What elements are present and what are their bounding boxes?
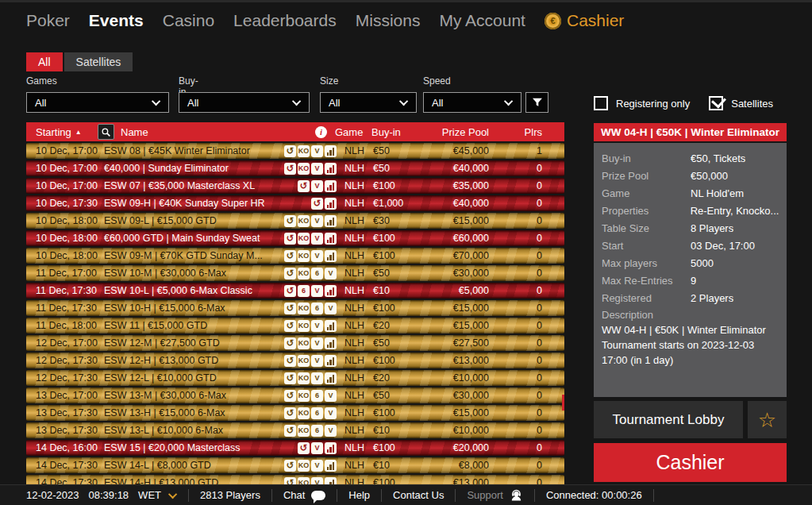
nav-missions[interactable]: Missions bbox=[356, 11, 421, 30]
help-button[interactable]: Help bbox=[337, 489, 381, 501]
nav-casino[interactable]: Casino bbox=[163, 11, 214, 30]
row-prize-pool: €40,000 bbox=[422, 163, 489, 174]
row-game: NLH bbox=[344, 337, 373, 349]
column-buyin[interactable]: Buy-in bbox=[371, 126, 429, 138]
row-start-time: 11 Dec, 17:00 bbox=[26, 268, 98, 279]
nav-events[interactable]: Events bbox=[89, 11, 144, 30]
row-tournament-name: ESW 13-L | €10,000 6-Max bbox=[104, 425, 279, 436]
re-entry-icon: ↺ bbox=[284, 337, 296, 349]
row-players: 0 bbox=[489, 303, 564, 314]
row-buyin: €10 bbox=[373, 460, 422, 471]
stats-icon bbox=[325, 355, 337, 367]
tournament-row[interactable]: 14 Dec, 16:00ESW 15 | €20,000 Masterclas… bbox=[26, 440, 564, 456]
search-button[interactable] bbox=[98, 124, 114, 140]
main-nav: Poker Events Casino Leaderboards Mission… bbox=[26, 11, 804, 30]
row-tournament-name: ESW 11 | €15,000 GTD bbox=[104, 320, 279, 331]
clock-widget[interactable]: 12-02-2023 08:39:18 WET bbox=[0, 489, 188, 501]
re-entry-icon: ↺ bbox=[284, 372, 296, 384]
tournament-row[interactable]: 10 Dec, 17:30ESW 09-H | €40K Sunday Supe… bbox=[26, 195, 564, 211]
row-game: NLH bbox=[344, 285, 373, 296]
support-label: Support bbox=[467, 489, 503, 501]
variant-icon: V bbox=[311, 215, 323, 227]
stats-icon bbox=[325, 145, 337, 157]
favorite-button[interactable]: ☆ bbox=[748, 401, 787, 438]
row-players: 0 bbox=[489, 250, 564, 261]
tournament-row[interactable]: 10 Dec, 18:00ESW 09-L | €15,000 GTD↺KOVN… bbox=[26, 213, 564, 229]
tournament-row[interactable]: 10 Dec, 18:00ESW 09-M | €70K GTD Sunday … bbox=[26, 248, 564, 264]
six-max-icon: 6 bbox=[311, 407, 323, 419]
tournament-row[interactable]: 14 Dec, 17:30ESW 14-H | €13,000 GTD↺KOVN… bbox=[26, 475, 564, 484]
stats-icon bbox=[325, 180, 337, 192]
column-prize-pool[interactable]: Prize Pool bbox=[429, 126, 489, 138]
re-entry-icon: ↺ bbox=[284, 320, 296, 332]
nav-poker[interactable]: Poker bbox=[26, 11, 70, 30]
tournament-row[interactable]: 11 Dec, 18:00ESW 11 | €15,000 GTD↺KOVNLH… bbox=[26, 318, 564, 333]
tournament-row[interactable]: 13 Dec, 17:30ESW 13-L | €10,000 6-Max↺KO… bbox=[26, 422, 564, 438]
chat-button[interactable]: Chat bbox=[272, 489, 337, 501]
column-game[interactable]: Game bbox=[335, 126, 371, 138]
row-tournament-name: ESW 09-M | €70K GTD Sunday M... bbox=[104, 250, 279, 261]
tab-satellites[interactable]: Satellites bbox=[64, 52, 133, 71]
row-tournament-name: ESW 09-L | €15,000 GTD bbox=[104, 215, 279, 226]
chevron-down-icon bbox=[292, 97, 301, 106]
tournament-row[interactable]: 10 Dec, 18:00€60,000 GTD | Main Sunday S… bbox=[26, 230, 564, 246]
variant-icon: V bbox=[311, 442, 323, 454]
nav-my-account[interactable]: My Account bbox=[439, 11, 525, 30]
tournament-row[interactable]: 12 Dec, 17:30ESW 12-L | €10,000 GTD↺KOVN… bbox=[26, 370, 564, 386]
scrollbar-thumb[interactable] bbox=[562, 395, 564, 411]
row-players: 0 bbox=[489, 390, 564, 401]
knockout-icon: KO bbox=[298, 337, 310, 349]
row-prize-pool: €45,000 bbox=[422, 145, 489, 156]
tournament-row[interactable]: 10 Dec, 17:00ESW 08 | €45K Winter Elimin… bbox=[26, 143, 564, 159]
advanced-filter-button[interactable] bbox=[525, 92, 548, 113]
games-dropdown[interactable]: All bbox=[26, 92, 169, 113]
variant-icon: V bbox=[311, 145, 323, 157]
support-button[interactable]: Support bbox=[456, 488, 534, 502]
column-name[interactable]: Name bbox=[121, 126, 315, 138]
nav-leaderboards[interactable]: Leaderboards bbox=[233, 11, 337, 30]
stats-icon bbox=[325, 233, 337, 245]
detail-field-value: NL Hold'em bbox=[691, 187, 744, 199]
search-icon bbox=[101, 127, 111, 137]
tab-all[interactable]: All bbox=[26, 52, 63, 71]
row-players: 0 bbox=[489, 337, 564, 349]
contact-us-button[interactable]: Contact Us bbox=[382, 489, 455, 501]
satellites-checkbox[interactable] bbox=[709, 96, 723, 110]
tournament-row[interactable]: 12 Dec, 17:30ESW 12-H | €13,000 GTD↺KOVN… bbox=[26, 353, 564, 368]
tournament-row[interactable]: 12 Dec, 17:00ESW 12-M | €27,500 GTD↺KOVN… bbox=[26, 335, 564, 351]
chevron-down-icon bbox=[152, 97, 160, 106]
tournament-row[interactable]: 10 Dec, 17:00ESW 07 | €35,000 Masterclas… bbox=[26, 178, 564, 194]
column-plrs[interactable]: Plrs bbox=[489, 126, 564, 138]
tournament-row[interactable]: 11 Dec, 17:30ESW 10-H | €15,000 6-Max↺KO… bbox=[26, 300, 564, 316]
stats-icon bbox=[325, 477, 337, 485]
buyin-dropdown[interactable]: All bbox=[179, 92, 310, 113]
tournament-row[interactable]: 11 Dec, 17:30ESW 10-L | €5,000 6-Max Cla… bbox=[26, 283, 564, 299]
speed-dropdown[interactable]: All bbox=[423, 92, 521, 113]
cashier-button[interactable]: Cashier bbox=[594, 443, 787, 482]
nav-cashier-label: Cashier bbox=[567, 11, 624, 30]
row-start-time: 11 Dec, 17:30 bbox=[26, 285, 98, 296]
row-badges: ↺ bbox=[279, 198, 337, 210]
tournament-lobby-button[interactable]: Tournament Lobby bbox=[594, 401, 743, 438]
detail-field-value: Re-Entry, Knocko... bbox=[691, 205, 779, 217]
tournament-row[interactable]: 11 Dec, 17:00ESW 10-M | €30,000 6-Max↺KO… bbox=[26, 265, 564, 281]
size-dropdown[interactable]: All bbox=[320, 92, 417, 113]
tournament-row[interactable]: 14 Dec, 17:30ESW 14-L | €8,000 GTD↺KOVNL… bbox=[26, 457, 564, 473]
row-game: NLH bbox=[344, 303, 373, 314]
registering-only-checkbox[interactable] bbox=[594, 96, 608, 110]
row-prize-pool: €20,000 bbox=[422, 442, 489, 453]
variant-icon: V bbox=[311, 372, 323, 384]
row-prize-pool: €30,000 bbox=[422, 268, 489, 279]
tournament-row[interactable]: 10 Dec, 17:00€40,000 | Sunday Eliminator… bbox=[26, 160, 564, 176]
info-icon[interactable]: i bbox=[315, 126, 327, 138]
players-count: 2813 Players bbox=[189, 489, 271, 501]
column-starting[interactable]: Starting ▲ bbox=[26, 126, 98, 138]
row-start-time: 10 Dec, 17:00 bbox=[26, 145, 98, 156]
row-prize-pool: €13,000 bbox=[422, 477, 489, 484]
nav-cashier[interactable]: € Cashier bbox=[545, 11, 624, 30]
tournament-row[interactable]: 13 Dec, 17:00ESW 13-M | €30,000 6-Max↺KO… bbox=[26, 387, 564, 403]
stats-icon bbox=[325, 163, 337, 175]
tournament-row[interactable]: 13 Dec, 17:30ESW 13-H | €15,000 6-Max↺KO… bbox=[26, 405, 564, 421]
detail-field-label: Registered bbox=[602, 292, 691, 304]
knockout-icon: KO bbox=[298, 425, 310, 437]
